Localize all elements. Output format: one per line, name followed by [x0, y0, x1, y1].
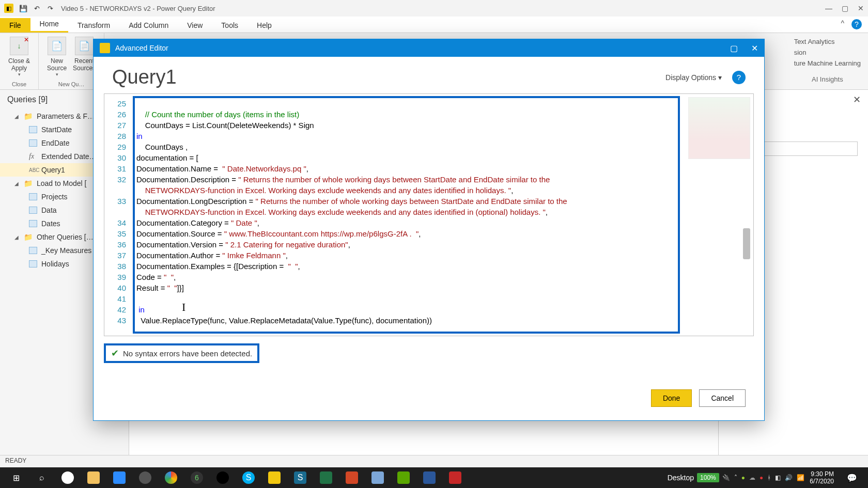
tab-add-column[interactable]: Add Column	[119, 18, 178, 33]
task-powerpoint[interactable]	[341, 469, 363, 486]
tray-onedrive-icon[interactable]: ☁	[749, 474, 755, 481]
task-snagit[interactable]: S	[289, 469, 311, 486]
taskbar: ⊞ ⌕ 6 S S Desktop 100% 🔌 ˄ ● ☁ ● ᚼ ◧ 🔊 📶…	[0, 467, 868, 488]
task-excel[interactable]	[315, 469, 337, 486]
group-ai-insights: AI Insights	[794, 74, 861, 85]
tray-bluetooth-icon[interactable]: ᚼ	[767, 474, 771, 481]
task-explorer[interactable]	[83, 469, 104, 486]
show-desktop-button[interactable]: Desktop	[668, 474, 694, 482]
code-content[interactable]: // Count the number of days (items in th…	[136, 98, 676, 332]
battery-indicator[interactable]: 100%	[697, 473, 719, 482]
tray-app-icon[interactable]: ◧	[775, 474, 781, 481]
tray-wifi-icon[interactable]: 📶	[797, 474, 804, 481]
query-name-heading: Query1	[112, 66, 177, 88]
close-apply-icon: ✕ ↓	[10, 37, 28, 55]
task-media[interactable]	[134, 469, 156, 486]
task-recorder[interactable]	[444, 469, 466, 486]
close-apply-button[interactable]: ✕ ↓ Close & Apply ▾	[5, 35, 33, 79]
recent-sources-icon: 📄	[75, 37, 94, 55]
action-center-icon[interactable]: 💬	[841, 469, 863, 486]
task-dashlane[interactable]	[212, 469, 234, 486]
task-zoom[interactable]	[109, 469, 130, 486]
tab-home[interactable]: Home	[30, 17, 68, 33]
save-icon[interactable]: 💾	[19, 4, 28, 13]
line-numbers: 2526272829303132 33 34353637383940414243	[107, 98, 131, 326]
task-skype[interactable]: S	[238, 469, 259, 486]
task-word[interactable]	[419, 469, 440, 486]
azure-ml-button[interactable]: ture Machine Learning	[794, 58, 861, 69]
dialog-close-button[interactable]: ✕	[751, 43, 758, 53]
cancel-button[interactable]: Cancel	[699, 389, 746, 407]
syntax-status: ✔ No syntax errors have been detected.	[104, 343, 259, 363]
scrollbar-thumb[interactable]	[743, 228, 750, 259]
tray-circle-green-icon[interactable]: ●	[741, 474, 745, 481]
app-icon: ◧	[4, 4, 13, 13]
code-editor[interactable]: 2526272829303132 33 34353637383940414243…	[104, 93, 754, 336]
dialog-maximize-button[interactable]: ▢	[730, 43, 738, 53]
dialog-title-bar: Advanced Editor ▢ ✕	[94, 39, 764, 57]
file-tab[interactable]: File	[0, 18, 30, 33]
task-camtasia[interactable]	[393, 469, 414, 486]
close-button[interactable]: ✕	[858, 4, 864, 12]
tray-volume-icon[interactable]: 🔊	[785, 474, 793, 481]
tray-chevron-up-icon[interactable]: ˄	[734, 474, 737, 481]
group-close: Close	[12, 79, 26, 87]
close-panel-icon[interactable]: ✕	[853, 94, 861, 105]
window-title: Video 5 - NETWORKDAYS v2 - Power Query E…	[61, 5, 215, 12]
dialog-app-icon	[100, 43, 110, 53]
ai-insights-group: Text Analytics sion ture Machine Learnin…	[787, 33, 868, 89]
task-notepad[interactable]	[367, 469, 389, 486]
text-cursor-icon: I	[182, 301, 185, 314]
text-analytics-button[interactable]: Text Analytics	[794, 36, 861, 47]
check-icon: ✔	[111, 348, 119, 359]
group-new-query: New Qu…	[58, 79, 85, 87]
undo-icon[interactable]: ↶	[32, 4, 41, 13]
dialog-help-icon[interactable]: ?	[732, 71, 746, 84]
tab-view[interactable]: View	[178, 18, 212, 33]
ribbon-tabs: File Home Transform Add Column View Tool…	[0, 17, 868, 33]
clock[interactable]: 9:30 PM 6/7/2020	[810, 470, 834, 485]
dialog-title: Advanced Editor	[115, 44, 168, 52]
maximize-button[interactable]: ▢	[842, 4, 848, 12]
status-bar: READY	[0, 455, 868, 467]
help-icon[interactable]: ?	[851, 19, 862, 29]
minimize-button[interactable]: —	[825, 4, 832, 12]
new-source-icon: 📄	[48, 37, 66, 55]
title-bar: ◧ 💾 ↶ ↷ Video 5 - NETWORKDAYS v2 - Power…	[0, 0, 868, 17]
advanced-editor-dialog: Advanced Editor ▢ ✕ Query1 Display Optio…	[93, 39, 765, 421]
start-button[interactable]: ⊞	[5, 469, 27, 486]
vision-button[interactable]: sion	[794, 47, 861, 58]
collapse-ribbon-icon[interactable]: ^	[841, 19, 844, 29]
task-powerbi[interactable]	[264, 469, 285, 486]
tab-transform[interactable]: Transform	[68, 18, 119, 33]
search-button[interactable]: ⌕	[31, 469, 53, 486]
new-source-button[interactable]: 📄 New Source ▾	[44, 35, 70, 79]
tab-tools[interactable]: Tools	[212, 18, 247, 33]
tray-power-icon[interactable]: 🔌	[722, 474, 730, 481]
tab-help[interactable]: Help	[247, 18, 281, 33]
task-chrome[interactable]	[160, 469, 182, 486]
redo-icon[interactable]: ↷	[45, 4, 55, 13]
display-options-dropdown[interactable]: Display Options ▾	[665, 73, 722, 82]
done-button[interactable]: Done	[651, 389, 692, 407]
tray-mic-icon[interactable]: ●	[760, 474, 763, 481]
system-tray[interactable]: 🔌 ˄ ● ☁ ● ᚼ ◧ 🔊 📶	[722, 474, 805, 481]
task-yandex[interactable]	[57, 469, 79, 486]
task-dragon[interactable]: 6	[186, 469, 208, 486]
minimap[interactable]	[688, 97, 750, 159]
